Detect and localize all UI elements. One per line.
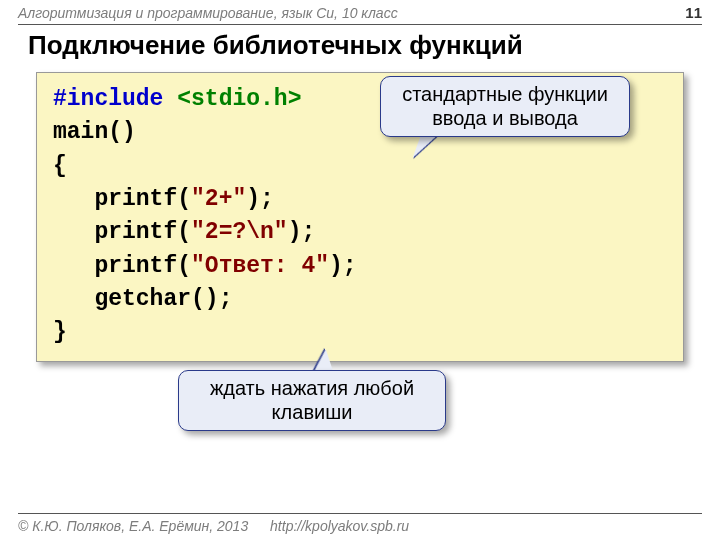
code-line: printf( (53, 219, 191, 245)
string-literal: "2+" (191, 186, 246, 212)
code-line: printf( (53, 253, 191, 279)
include-header: <stdio.h> (177, 86, 301, 112)
callout-stdio: стандартные функцииввода и вывода (380, 76, 630, 137)
header-bar: Алгоритмизация и программирование, язык … (0, 0, 720, 24)
code-line-end: ); (329, 253, 357, 279)
code-line-end: ); (246, 186, 274, 212)
string-literal: "2=?\n" (191, 219, 288, 245)
code-line: getchar(); (53, 286, 232, 312)
brace-open: { (53, 153, 67, 179)
slide-title: Подключение библиотечных функций (28, 30, 523, 61)
brace-close: } (53, 319, 67, 345)
include-keyword: #include (53, 86, 177, 112)
page-number: 11 (685, 4, 702, 21)
string-literal: "Ответ: 4" (191, 253, 329, 279)
code-line: printf( (53, 186, 191, 212)
footer-url: http://kpolyakov.spb.ru (270, 518, 409, 534)
footer: © К.Ю. Поляков, Е.А. Ерёмин, 2013 http:/… (18, 513, 702, 534)
copyright: © К.Ю. Поляков, Е.А. Ерёмин, 2013 (18, 518, 248, 534)
main-signature: main() (53, 119, 136, 145)
course-label: Алгоритмизация и программирование, язык … (18, 5, 398, 21)
code-line-end: ); (288, 219, 316, 245)
callout-getchar: ждать нажатия любойклавиши (178, 370, 446, 431)
header-divider (18, 24, 702, 25)
